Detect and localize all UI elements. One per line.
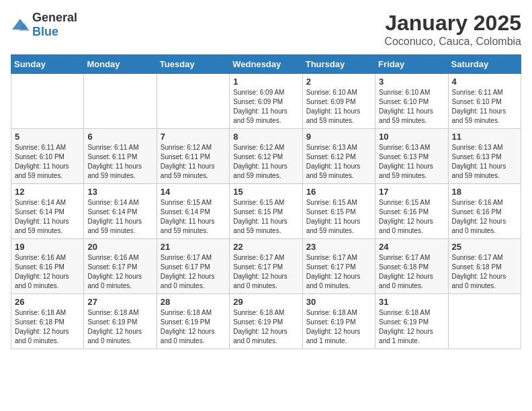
logo: General Blue xyxy=(11,11,77,39)
day-info: Sunrise: 6:18 AM Sunset: 6:19 PM Dayligh… xyxy=(87,308,152,346)
day-info: Sunrise: 6:14 AM Sunset: 6:14 PM Dayligh… xyxy=(15,198,80,236)
day-number: 19 xyxy=(15,242,80,252)
location-title: Coconuco, Cauca, Colombia xyxy=(384,36,521,48)
day-info: Sunrise: 6:17 AM Sunset: 6:17 PM Dayligh… xyxy=(306,253,371,291)
day-number: 29 xyxy=(233,297,298,307)
day-number: 12 xyxy=(15,187,80,197)
calendar-cell: 31Sunrise: 6:18 AM Sunset: 6:19 PM Dayli… xyxy=(375,294,448,349)
day-number: 30 xyxy=(306,297,371,307)
day-number: 17 xyxy=(379,187,444,197)
day-info: Sunrise: 6:15 AM Sunset: 6:15 PM Dayligh… xyxy=(306,198,371,236)
calendar-cell: 29Sunrise: 6:18 AM Sunset: 6:19 PM Dayli… xyxy=(230,294,302,349)
day-number: 5 xyxy=(15,132,80,142)
calendar-cell: 19Sunrise: 6:16 AM Sunset: 6:16 PM Dayli… xyxy=(11,239,84,294)
calendar-header-friday: Friday xyxy=(375,55,448,74)
day-info: Sunrise: 6:18 AM Sunset: 6:19 PM Dayligh… xyxy=(379,308,444,346)
day-info: Sunrise: 6:17 AM Sunset: 6:18 PM Dayligh… xyxy=(379,253,444,291)
calendar-cell: 11Sunrise: 6:13 AM Sunset: 6:13 PM Dayli… xyxy=(448,129,521,184)
logo-general: General xyxy=(32,11,77,24)
day-info: Sunrise: 6:10 AM Sunset: 6:09 PM Dayligh… xyxy=(306,88,371,126)
day-info: Sunrise: 6:13 AM Sunset: 6:12 PM Dayligh… xyxy=(306,143,371,181)
day-number: 26 xyxy=(15,297,80,307)
calendar-cell: 13Sunrise: 6:14 AM Sunset: 6:14 PM Dayli… xyxy=(84,184,157,239)
calendar-cell: 1Sunrise: 6:09 AM Sunset: 6:09 PM Daylig… xyxy=(230,74,302,129)
day-info: Sunrise: 6:11 AM Sunset: 6:10 PM Dayligh… xyxy=(15,143,80,181)
day-number: 22 xyxy=(233,242,298,252)
calendar-cell: 23Sunrise: 6:17 AM Sunset: 6:17 PM Dayli… xyxy=(302,239,375,294)
day-info: Sunrise: 6:11 AM Sunset: 6:11 PM Dayligh… xyxy=(87,143,152,181)
day-info: Sunrise: 6:16 AM Sunset: 6:16 PM Dayligh… xyxy=(15,253,80,291)
calendar-cell: 27Sunrise: 6:18 AM Sunset: 6:19 PM Dayli… xyxy=(84,294,157,349)
calendar-cell: 4Sunrise: 6:11 AM Sunset: 6:10 PM Daylig… xyxy=(448,74,521,129)
day-number: 23 xyxy=(306,242,371,252)
calendar-cell: 30Sunrise: 6:18 AM Sunset: 6:19 PM Dayli… xyxy=(302,294,375,349)
calendar-cell: 10Sunrise: 6:13 AM Sunset: 6:13 PM Dayli… xyxy=(375,129,448,184)
day-info: Sunrise: 6:18 AM Sunset: 6:18 PM Dayligh… xyxy=(15,308,80,346)
logo-text: General Blue xyxy=(32,11,77,39)
title-block: January 2025 Coconuco, Cauca, Colombia xyxy=(384,11,521,48)
calendar-week-row: 19Sunrise: 6:16 AM Sunset: 6:16 PM Dayli… xyxy=(11,239,521,294)
calendar-cell: 26Sunrise: 6:18 AM Sunset: 6:18 PM Dayli… xyxy=(11,294,84,349)
day-number: 10 xyxy=(379,132,444,142)
day-number: 9 xyxy=(306,132,371,142)
calendar-week-row: 26Sunrise: 6:18 AM Sunset: 6:18 PM Dayli… xyxy=(11,294,521,349)
day-number: 13 xyxy=(87,187,152,197)
calendar-cell: 20Sunrise: 6:16 AM Sunset: 6:17 PM Dayli… xyxy=(84,239,157,294)
day-number: 18 xyxy=(452,187,517,197)
day-info: Sunrise: 6:13 AM Sunset: 6:13 PM Dayligh… xyxy=(379,143,444,181)
calendar-week-row: 1Sunrise: 6:09 AM Sunset: 6:09 PM Daylig… xyxy=(11,74,521,129)
day-number: 7 xyxy=(161,132,226,142)
calendar-cell: 28Sunrise: 6:18 AM Sunset: 6:19 PM Dayli… xyxy=(157,294,229,349)
day-info: Sunrise: 6:10 AM Sunset: 6:10 PM Dayligh… xyxy=(379,88,444,126)
month-title: January 2025 xyxy=(384,11,521,36)
calendar-cell: 9Sunrise: 6:13 AM Sunset: 6:12 PM Daylig… xyxy=(302,129,375,184)
calendar-cell: 3Sunrise: 6:10 AM Sunset: 6:10 PM Daylig… xyxy=(375,74,448,129)
day-number: 31 xyxy=(379,297,444,307)
calendar-header-thursday: Thursday xyxy=(302,55,375,74)
day-info: Sunrise: 6:18 AM Sunset: 6:19 PM Dayligh… xyxy=(233,308,298,346)
day-info: Sunrise: 6:12 AM Sunset: 6:11 PM Dayligh… xyxy=(161,143,226,181)
day-number: 8 xyxy=(233,132,298,142)
calendar-header-monday: Monday xyxy=(84,55,157,74)
day-number: 16 xyxy=(306,187,371,197)
calendar-cell: 17Sunrise: 6:15 AM Sunset: 6:16 PM Dayli… xyxy=(375,184,448,239)
day-number: 21 xyxy=(161,242,226,252)
calendar-cell: 18Sunrise: 6:16 AM Sunset: 6:16 PM Dayli… xyxy=(448,184,521,239)
calendar-cell: 16Sunrise: 6:15 AM Sunset: 6:15 PM Dayli… xyxy=(302,184,375,239)
day-number: 15 xyxy=(233,187,298,197)
calendar-cell: 14Sunrise: 6:15 AM Sunset: 6:14 PM Dayli… xyxy=(157,184,229,239)
logo-icon xyxy=(11,17,30,32)
calendar-cell: 21Sunrise: 6:17 AM Sunset: 6:17 PM Dayli… xyxy=(157,239,229,294)
day-number: 20 xyxy=(87,242,152,252)
calendar-cell: 7Sunrise: 6:12 AM Sunset: 6:11 PM Daylig… xyxy=(157,129,229,184)
day-number: 3 xyxy=(379,77,444,87)
calendar-cell: 12Sunrise: 6:14 AM Sunset: 6:14 PM Dayli… xyxy=(11,184,84,239)
page-header: General Blue January 2025 Coconuco, Cauc… xyxy=(11,11,521,48)
calendar-cell: 6Sunrise: 6:11 AM Sunset: 6:11 PM Daylig… xyxy=(84,129,157,184)
calendar-cell xyxy=(157,74,229,129)
calendar-cell: 24Sunrise: 6:17 AM Sunset: 6:18 PM Dayli… xyxy=(375,239,448,294)
calendar-cell: 22Sunrise: 6:17 AM Sunset: 6:17 PM Dayli… xyxy=(230,239,302,294)
day-info: Sunrise: 6:16 AM Sunset: 6:17 PM Dayligh… xyxy=(87,253,152,291)
day-info: Sunrise: 6:15 AM Sunset: 6:14 PM Dayligh… xyxy=(161,198,226,236)
calendar-cell: 2Sunrise: 6:10 AM Sunset: 6:09 PM Daylig… xyxy=(302,74,375,129)
calendar-cell xyxy=(11,74,84,129)
day-info: Sunrise: 6:15 AM Sunset: 6:15 PM Dayligh… xyxy=(233,198,298,236)
day-number: 24 xyxy=(379,242,444,252)
calendar-cell: 15Sunrise: 6:15 AM Sunset: 6:15 PM Dayli… xyxy=(230,184,302,239)
calendar-header-sunday: Sunday xyxy=(11,55,84,74)
day-number: 4 xyxy=(452,77,517,87)
day-number: 2 xyxy=(306,77,371,87)
day-number: 14 xyxy=(161,187,226,197)
calendar-header-tuesday: Tuesday xyxy=(157,55,229,74)
calendar-cell: 5Sunrise: 6:11 AM Sunset: 6:10 PM Daylig… xyxy=(11,129,84,184)
calendar-header-row: SundayMondayTuesdayWednesdayThursdayFrid… xyxy=(11,55,521,74)
day-info: Sunrise: 6:17 AM Sunset: 6:17 PM Dayligh… xyxy=(161,253,226,291)
day-info: Sunrise: 6:18 AM Sunset: 6:19 PM Dayligh… xyxy=(306,308,371,346)
day-number: 25 xyxy=(452,242,517,252)
day-number: 11 xyxy=(452,132,517,142)
day-number: 28 xyxy=(161,297,226,307)
day-info: Sunrise: 6:17 AM Sunset: 6:17 PM Dayligh… xyxy=(233,253,298,291)
day-info: Sunrise: 6:17 AM Sunset: 6:18 PM Dayligh… xyxy=(452,253,517,291)
day-info: Sunrise: 6:13 AM Sunset: 6:13 PM Dayligh… xyxy=(452,143,517,181)
